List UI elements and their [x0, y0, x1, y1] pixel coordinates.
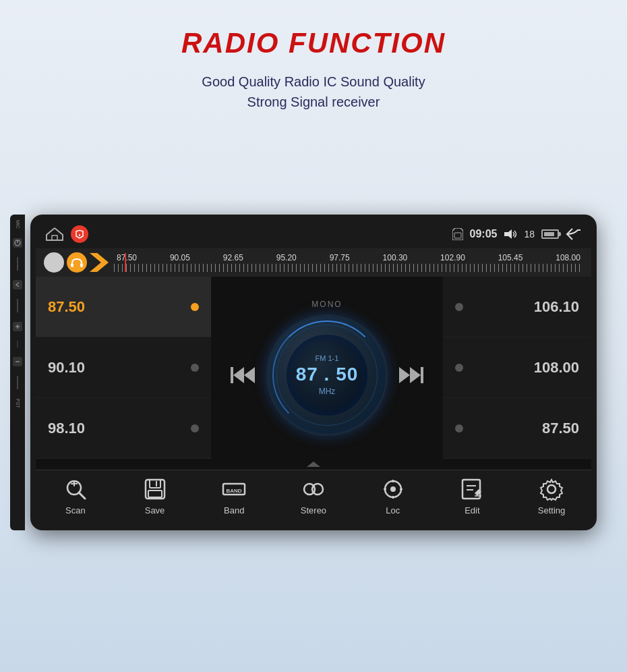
power-button[interactable] — [13, 238, 22, 248]
edit-label: Edit — [465, 505, 479, 515]
side-panel: MIC PST — [10, 215, 25, 530]
svg-point-47 — [547, 485, 556, 493]
save-label: Save — [145, 505, 165, 515]
band-button[interactable]: BAND Band — [207, 477, 261, 515]
back-side-button[interactable] — [13, 280, 22, 289]
side-divider2 — [17, 299, 18, 312]
freq-87: 87.50 — [117, 253, 137, 262]
preset-right-dot-1 — [455, 303, 463, 311]
dial-inner: FM 1-1 87 . 50 MHz — [287, 335, 367, 416]
scan-button[interactable]: Scan — [49, 477, 102, 515]
preset-right-dot-3 — [455, 424, 463, 432]
svg-rect-31 — [148, 491, 162, 497]
prev-button[interactable] — [231, 366, 255, 385]
freq-numbers: 87.50 90.05 92.65 95.20 97.75 100.30 102… — [114, 253, 583, 262]
svg-rect-18 — [80, 263, 83, 267]
freq-97: 97.75 — [330, 253, 350, 262]
band-label: Band — [224, 505, 244, 515]
freq-95: 95.20 — [276, 253, 297, 262]
edit-button[interactable]: Edit — [445, 477, 499, 515]
scan-label: Scan — [65, 505, 86, 515]
svg-point-36 — [312, 484, 323, 495]
back-button[interactable] — [566, 227, 582, 241]
device-screen: 09:05 18 — [36, 220, 591, 525]
svg-rect-30 — [150, 480, 160, 488]
preset-right-2[interactable]: 108.00 — [443, 337, 591, 398]
loc-button[interactable]: Loc — [366, 477, 420, 515]
preset-left-dot-2 — [191, 364, 199, 372]
dial-frequency: 87 . 50 — [296, 364, 359, 385]
status-bar: 09:05 18 — [36, 220, 591, 248]
side-pst-label: PST — [16, 399, 20, 408]
preset-left-2[interactable]: 90.10 — [36, 337, 211, 398]
freq-bar: 87.50 90.05 92.65 95.20 97.75 100.30 102… — [36, 248, 591, 277]
toggle-on — [67, 252, 87, 273]
preset-right-1[interactable]: 106.10 — [443, 277, 591, 337]
stereo-icon — [301, 477, 326, 501]
preset-right: 106.10 108.00 87.50 — [443, 277, 591, 459]
dial-unit: MHz — [319, 387, 336, 396]
freq-105: 105.45 — [498, 253, 523, 262]
subtitle-line2: Strong Signal receiver — [247, 94, 380, 109]
preset-left-1[interactable]: 87.50 — [36, 277, 211, 337]
preset-left-freq-2: 90.10 — [48, 359, 85, 376]
preset-left-dot-3 — [191, 424, 199, 432]
svg-rect-13 — [52, 235, 57, 240]
preset-right-3[interactable]: 87.50 — [443, 398, 591, 459]
device-wrapper: MIC PST — [25, 215, 602, 530]
loc-label: Loc — [386, 505, 400, 515]
preset-left: 87.50 90.10 98.10 — [36, 277, 211, 459]
freq-102: 102.90 — [440, 253, 465, 262]
subtitle: Good Quality Radio IC Sound Quality Stro… — [0, 72, 627, 112]
svg-text:BAND: BAND — [227, 488, 242, 494]
next-button[interactable] — [399, 366, 423, 385]
arrow-up-icon — [307, 461, 320, 467]
preset-left-freq-3: 98.10 — [48, 420, 85, 437]
divider-arrow — [36, 459, 591, 470]
side-divider — [17, 257, 18, 271]
scan-icon — [63, 477, 88, 501]
loc-icon — [381, 477, 405, 501]
save-button[interactable]: Save — [128, 477, 182, 515]
stereo-label: Stereo — [301, 505, 326, 515]
radio-center: MONO — [211, 277, 443, 459]
freq-ruler — [114, 264, 583, 272]
fm-am-toggle[interactable] — [44, 252, 109, 273]
dial-station: FM 1-1 — [316, 354, 339, 362]
freq-108: 108.00 — [556, 253, 580, 262]
dial-container[interactable]: FM 1-1 87 . 50 MHz — [266, 314, 388, 436]
svg-marker-20 — [233, 367, 244, 383]
stereo-button[interactable]: Stereo — [287, 477, 340, 515]
device-frame: 09:05 18 — [30, 215, 597, 530]
freq-indicator — [125, 253, 126, 272]
header-section: RADIO FUNCTION Good Quality Radio IC Sou… — [0, 0, 627, 112]
side-divider4 — [17, 376, 18, 389]
svg-rect-21 — [231, 367, 233, 383]
preset-right-dot-2 — [455, 364, 463, 372]
radio-controls: FM 1-1 87 . 50 MHz — [211, 314, 443, 436]
home-icon[interactable] — [45, 227, 64, 242]
svg-marker-22 — [399, 367, 410, 383]
vol-up-button[interactable] — [13, 322, 22, 331]
freq-100: 100.30 — [383, 253, 408, 262]
mono-label: MONO — [311, 300, 342, 309]
subtitle-line1: Good Quality Radio IC Sound Quality — [202, 74, 425, 89]
preset-left-freq-1: 87.50 — [48, 298, 85, 316]
status-volume-level: 18 — [524, 229, 535, 240]
svg-rect-15 — [454, 233, 461, 238]
setting-button[interactable]: Setting — [525, 477, 578, 515]
save-icon — [143, 477, 167, 501]
band-icon: BAND — [222, 477, 246, 501]
svg-line-26 — [79, 493, 85, 499]
freq-scale: 87.50 90.05 92.65 95.20 97.75 100.30 102… — [114, 253, 583, 272]
freq-90: 90.05 — [170, 253, 190, 262]
svg-marker-19 — [244, 367, 255, 383]
vol-down-button[interactable] — [13, 357, 22, 366]
edit-icon — [460, 477, 484, 501]
svg-marker-16 — [504, 229, 512, 239]
sim-icon — [452, 228, 463, 240]
preset-left-3[interactable]: 98.10 — [36, 398, 211, 459]
page-title: RADIO FUNCTION — [0, 27, 627, 59]
side-mic-label: MIC — [16, 220, 20, 229]
notification-icon[interactable] — [71, 225, 88, 243]
